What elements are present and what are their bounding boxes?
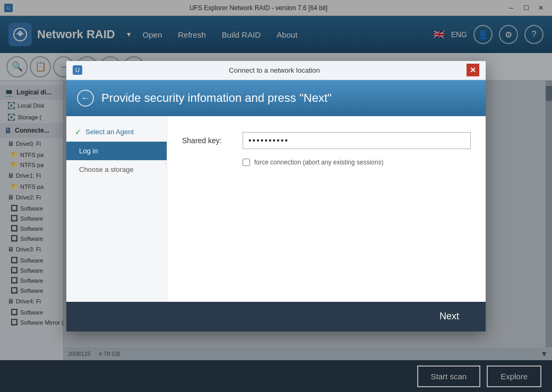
step-log-in[interactable]: Log in xyxy=(66,142,167,160)
connect-modal: U Connect to a network location ✕ ← Prov… xyxy=(66,61,486,332)
modal-header-title: Provide security infomation and press "N… xyxy=(101,91,332,105)
modal-content: Shared key: force connection (abort any … xyxy=(167,116,486,302)
modal-back-button[interactable]: ← xyxy=(77,90,94,107)
step-log-in-label: Log in xyxy=(79,147,98,155)
step-check-icon: ✓ xyxy=(75,128,81,136)
back-arrow-icon: ← xyxy=(81,93,90,103)
shared-key-row: Shared key: xyxy=(182,132,471,149)
modal-header: ← Provide security infomation and press … xyxy=(66,80,486,116)
shared-key-label: Shared key: xyxy=(182,136,235,145)
step-choose-storage-label: Choose a storage xyxy=(79,165,134,173)
modal-icon: U xyxy=(73,65,82,75)
force-connection-row: force connection (abort any existing ses… xyxy=(243,159,471,166)
modal-title: Connect to a network location xyxy=(82,66,467,74)
shared-key-input[interactable] xyxy=(243,132,471,149)
modal-next-button[interactable]: Next xyxy=(424,306,475,327)
step-choose-storage[interactable]: Choose a storage xyxy=(66,160,167,179)
step-select-agent-label: Select an Agent xyxy=(85,128,134,136)
modal-steps-sidebar: ✓ Select an Agent Log in Choose a storag… xyxy=(66,116,167,302)
force-connection-label: force connection (abort any existing ses… xyxy=(254,159,383,166)
modal-overlay: U Connect to a network location ✕ ← Prov… xyxy=(0,0,552,392)
modal-title-bar: U Connect to a network location ✕ xyxy=(66,61,486,80)
force-connection-checkbox[interactable] xyxy=(243,159,250,166)
step-select-agent[interactable]: ✓ Select an Agent xyxy=(66,123,167,142)
modal-footer: Next xyxy=(66,302,486,332)
modal-body: ✓ Select an Agent Log in Choose a storag… xyxy=(66,116,486,302)
modal-close-button[interactable]: ✕ xyxy=(467,64,479,76)
